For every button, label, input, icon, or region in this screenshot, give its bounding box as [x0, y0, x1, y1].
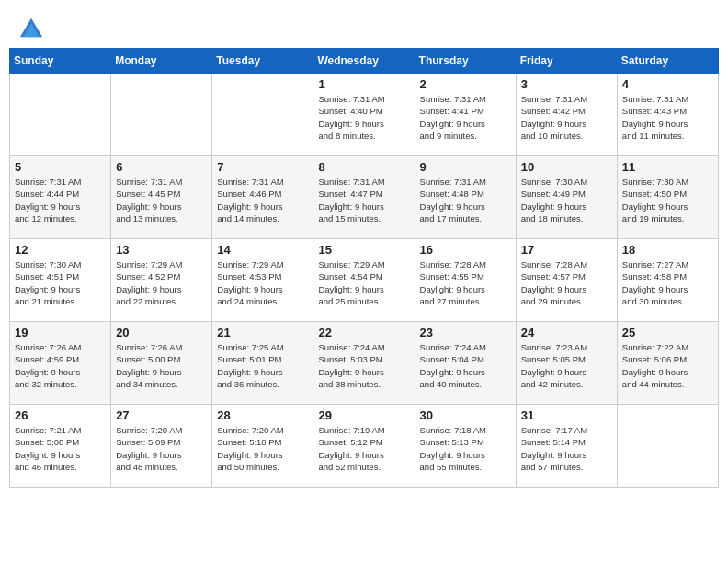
- day-number: 7: [217, 160, 308, 174]
- day-cell: 27Sunrise: 7:20 AM Sunset: 5:09 PM Dayli…: [111, 405, 212, 488]
- day-cell: 18Sunrise: 7:27 AM Sunset: 4:58 PM Dayli…: [617, 239, 718, 322]
- day-info: Sunrise: 7:20 AM Sunset: 5:09 PM Dayligh…: [116, 424, 207, 473]
- day-cell: 2Sunrise: 7:31 AM Sunset: 4:41 PM Daylig…: [415, 74, 516, 156]
- day-info: Sunrise: 7:28 AM Sunset: 4:57 PM Dayligh…: [521, 259, 612, 307]
- day-info: Sunrise: 7:20 AM Sunset: 5:10 PM Dayligh…: [217, 424, 308, 473]
- day-number: 30: [420, 408, 511, 422]
- col-sunday: Sunday: [10, 49, 111, 74]
- day-info: Sunrise: 7:26 AM Sunset: 4:59 PM Dayligh…: [15, 341, 106, 390]
- day-cell: [212, 74, 313, 156]
- day-cell: [111, 74, 212, 156]
- day-info: Sunrise: 7:31 AM Sunset: 4:43 PM Dayligh…: [622, 93, 713, 142]
- day-cell: 30Sunrise: 7:18 AM Sunset: 5:13 PM Dayli…: [415, 405, 516, 488]
- col-monday: Monday: [111, 49, 212, 74]
- day-number: 16: [420, 243, 511, 257]
- day-cell: 20Sunrise: 7:26 AM Sunset: 5:00 PM Dayli…: [111, 322, 212, 405]
- day-cell: 16Sunrise: 7:28 AM Sunset: 4:55 PM Dayli…: [415, 239, 516, 322]
- day-number: 19: [15, 326, 106, 339]
- day-number: 24: [521, 326, 612, 339]
- day-number: 31: [521, 408, 612, 422]
- day-info: Sunrise: 7:25 AM Sunset: 5:01 PM Dayligh…: [217, 341, 308, 390]
- day-info: Sunrise: 7:31 AM Sunset: 4:44 PM Dayligh…: [15, 176, 106, 224]
- day-info: Sunrise: 7:29 AM Sunset: 4:52 PM Dayligh…: [116, 259, 207, 307]
- day-info: Sunrise: 7:30 AM Sunset: 4:51 PM Dayligh…: [15, 259, 106, 307]
- day-info: Sunrise: 7:31 AM Sunset: 4:40 PM Dayligh…: [318, 93, 409, 142]
- day-number: 11: [622, 160, 713, 174]
- day-number: 3: [521, 77, 612, 91]
- day-number: 18: [622, 243, 713, 257]
- day-number: 2: [420, 77, 511, 91]
- day-cell: 3Sunrise: 7:31 AM Sunset: 4:42 PM Daylig…: [516, 74, 617, 156]
- calendar: Sunday Monday Tuesday Wednesday Thursday…: [0, 48, 728, 563]
- day-cell: 14Sunrise: 7:29 AM Sunset: 4:53 PM Dayli…: [212, 239, 313, 322]
- day-number: 6: [116, 160, 207, 174]
- logo: [18, 15, 48, 40]
- day-cell: 25Sunrise: 7:22 AM Sunset: 5:06 PM Dayli…: [617, 322, 718, 405]
- day-cell: 24Sunrise: 7:23 AM Sunset: 5:05 PM Dayli…: [516, 322, 617, 405]
- day-cell: 28Sunrise: 7:20 AM Sunset: 5:10 PM Dayli…: [212, 405, 313, 488]
- day-cell: 13Sunrise: 7:29 AM Sunset: 4:52 PM Dayli…: [111, 239, 212, 322]
- day-number: 10: [521, 160, 612, 174]
- day-cell: 12Sunrise: 7:30 AM Sunset: 4:51 PM Dayli…: [10, 239, 111, 322]
- day-number: 17: [521, 243, 612, 257]
- day-cell: 19Sunrise: 7:26 AM Sunset: 4:59 PM Dayli…: [10, 322, 111, 405]
- day-number: 9: [420, 160, 511, 174]
- day-number: 14: [217, 243, 308, 257]
- day-number: 22: [318, 326, 409, 339]
- week-row-3: 19Sunrise: 7:26 AM Sunset: 4:59 PM Dayli…: [10, 322, 719, 405]
- day-number: 29: [318, 408, 409, 422]
- day-number: 12: [15, 243, 106, 257]
- day-info: Sunrise: 7:29 AM Sunset: 4:54 PM Dayligh…: [318, 259, 409, 307]
- day-number: 25: [622, 326, 713, 339]
- day-cell: 10Sunrise: 7:30 AM Sunset: 4:49 PM Dayli…: [516, 156, 617, 239]
- day-number: 28: [217, 408, 308, 422]
- day-cell: 1Sunrise: 7:31 AM Sunset: 4:40 PM Daylig…: [313, 74, 415, 156]
- day-cell: 15Sunrise: 7:29 AM Sunset: 4:54 PM Dayli…: [313, 239, 415, 322]
- day-cell: [10, 74, 111, 156]
- day-info: Sunrise: 7:18 AM Sunset: 5:13 PM Dayligh…: [420, 424, 511, 473]
- day-info: Sunrise: 7:28 AM Sunset: 4:55 PM Dayligh…: [420, 259, 511, 307]
- logo-icon: [18, 15, 44, 40]
- day-info: Sunrise: 7:21 AM Sunset: 5:08 PM Dayligh…: [15, 424, 106, 473]
- day-cell: 29Sunrise: 7:19 AM Sunset: 5:12 PM Dayli…: [313, 405, 415, 488]
- day-info: Sunrise: 7:31 AM Sunset: 4:42 PM Dayligh…: [521, 93, 612, 142]
- col-thursday: Thursday: [415, 49, 516, 74]
- day-cell: 9Sunrise: 7:31 AM Sunset: 4:48 PM Daylig…: [415, 156, 516, 239]
- col-saturday: Saturday: [617, 49, 718, 74]
- col-friday: Friday: [516, 49, 617, 74]
- week-row-4: 26Sunrise: 7:21 AM Sunset: 5:08 PM Dayli…: [10, 405, 719, 488]
- day-number: 15: [318, 243, 409, 257]
- day-cell: 6Sunrise: 7:31 AM Sunset: 4:45 PM Daylig…: [111, 156, 212, 239]
- day-number: 23: [420, 326, 511, 339]
- col-wednesday: Wednesday: [313, 49, 415, 74]
- day-cell: 5Sunrise: 7:31 AM Sunset: 4:44 PM Daylig…: [10, 156, 111, 239]
- day-cell: 7Sunrise: 7:31 AM Sunset: 4:46 PM Daylig…: [212, 156, 313, 239]
- day-number: 26: [15, 408, 106, 422]
- day-info: Sunrise: 7:31 AM Sunset: 4:45 PM Dayligh…: [116, 176, 207, 224]
- week-row-0: 1Sunrise: 7:31 AM Sunset: 4:40 PM Daylig…: [10, 74, 719, 156]
- day-cell: 8Sunrise: 7:31 AM Sunset: 4:47 PM Daylig…: [313, 156, 415, 239]
- day-info: Sunrise: 7:24 AM Sunset: 5:03 PM Dayligh…: [318, 341, 409, 390]
- day-cell: 4Sunrise: 7:31 AM Sunset: 4:43 PM Daylig…: [617, 74, 718, 156]
- day-cell: 21Sunrise: 7:25 AM Sunset: 5:01 PM Dayli…: [212, 322, 313, 405]
- day-info: Sunrise: 7:19 AM Sunset: 5:12 PM Dayligh…: [318, 424, 409, 473]
- day-number: 20: [116, 326, 207, 339]
- day-number: 1: [318, 77, 409, 91]
- day-info: Sunrise: 7:31 AM Sunset: 4:48 PM Dayligh…: [420, 176, 511, 224]
- week-row-2: 12Sunrise: 7:30 AM Sunset: 4:51 PM Dayli…: [10, 239, 719, 322]
- day-number: 13: [116, 243, 207, 257]
- day-info: Sunrise: 7:30 AM Sunset: 4:49 PM Dayligh…: [521, 176, 612, 224]
- day-info: Sunrise: 7:31 AM Sunset: 4:47 PM Dayligh…: [318, 176, 409, 224]
- day-info: Sunrise: 7:22 AM Sunset: 5:06 PM Dayligh…: [622, 341, 713, 390]
- day-info: Sunrise: 7:31 AM Sunset: 4:41 PM Dayligh…: [420, 93, 511, 142]
- day-number: 8: [318, 160, 409, 174]
- day-cell: 31Sunrise: 7:17 AM Sunset: 5:14 PM Dayli…: [516, 405, 617, 488]
- calendar-table: Sunday Monday Tuesday Wednesday Thursday…: [9, 48, 719, 488]
- day-number: 4: [622, 77, 713, 91]
- day-cell: 26Sunrise: 7:21 AM Sunset: 5:08 PM Dayli…: [10, 405, 111, 488]
- page: Sunday Monday Tuesday Wednesday Thursday…: [0, 0, 728, 563]
- day-info: Sunrise: 7:17 AM Sunset: 5:14 PM Dayligh…: [521, 424, 612, 473]
- day-info: Sunrise: 7:27 AM Sunset: 4:58 PM Dayligh…: [622, 259, 713, 307]
- day-info: Sunrise: 7:31 AM Sunset: 4:46 PM Dayligh…: [217, 176, 308, 224]
- col-tuesday: Tuesday: [212, 49, 313, 74]
